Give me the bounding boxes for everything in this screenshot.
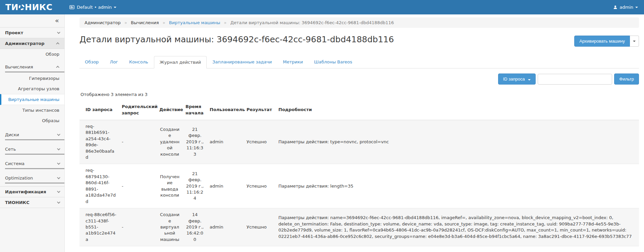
filter-toolbar: ID запроса Фильтр	[79, 73, 639, 85]
column-header-user: Пользователь	[207, 100, 244, 120]
breadcrumb-item-admin: Администратор	[85, 20, 121, 25]
tab-metrics[interactable]: Метрики	[278, 56, 309, 68]
tab-action-log[interactable]: Журнал действий	[154, 56, 207, 68]
sidebar-item-label: Проект	[5, 30, 23, 35]
sidebar-item-images[interactable]: Образы	[0, 115, 64, 126]
sidebar-item-project[interactable]: Проект	[0, 27, 64, 38]
column-header-request-id: ID запроса	[79, 100, 119, 120]
cell-start-time: 21 февр. 2019 г., 11:16:33	[183, 120, 207, 164]
cell-request-id: req-881b6591-a254-43c4-89de-86e3e0baafad	[79, 120, 119, 164]
column-header-details: Подробности	[276, 100, 639, 120]
sidebar-section-label: Optimization	[5, 175, 33, 181]
cell-result: Успешно	[244, 208, 276, 246]
page-header: Детали виртуальной машины: 3694692c-f6ec…	[79, 32, 639, 47]
archive-machine-button[interactable]: Архивировать машину	[574, 36, 630, 47]
sidebar-item-label: Идентификация	[5, 189, 46, 194]
page-title: Детали виртуальной машины: 3694692c-f6ec…	[79, 35, 394, 44]
breadcrumb-link-virtual-machines[interactable]: Виртуальные машины	[169, 20, 220, 25]
project-context-switcher[interactable]: Default • admin	[69, 5, 116, 10]
tab-log[interactable]: Лог	[104, 56, 123, 68]
cell-parent-request: -	[119, 164, 157, 208]
sidebar-item-hypervisors[interactable]: Гипервизоры	[0, 73, 64, 84]
sidebar: « Проект Администратор Обзор Вычисления …	[0, 14, 65, 252]
sidebar-item-label: ТИОНИКС	[5, 200, 30, 205]
chevron-down-icon	[528, 79, 531, 81]
cell-action: Получение вывода консоли	[157, 164, 183, 208]
breadcrumb-separator: »	[163, 20, 165, 25]
sidebar-item-tionix[interactable]: ТИОНИКС	[0, 197, 64, 208]
context-label: Default • admin	[77, 5, 112, 10]
cell-action: Создание удаленной консоли	[157, 120, 183, 164]
sidebar-section-compute[interactable]: Вычисления	[5, 62, 64, 72]
table-footer-row: Отображено 3 элемента из 3	[79, 246, 639, 252]
breadcrumb-item-current: Детали виртуальной машины: 3694692c-f6ec…	[230, 20, 394, 25]
cell-user: admin	[207, 120, 244, 164]
sidebar-item-label: Обзор	[46, 52, 59, 57]
column-header-action: Действие	[157, 100, 183, 120]
sidebar-section-label: Диски	[5, 132, 19, 137]
sidebar-item-label: Агрегаторы узлов	[18, 86, 59, 91]
cell-start-time: 14 февр. 2019 г., 16:42:00	[183, 208, 207, 246]
table-header-row: ID запроса Родительский запрос Действие …	[79, 100, 639, 120]
tab-overview[interactable]: Обзор	[79, 56, 104, 68]
filter-field-dropdown[interactable]: ID запроса	[498, 73, 536, 85]
sidebar-item-instance-types[interactable]: Типы инстансов	[0, 105, 64, 115]
chevron-down-icon	[57, 133, 60, 136]
user-menu[interactable]: admin	[613, 5, 644, 10]
sidebar-collapse-button[interactable]: «	[0, 14, 64, 27]
cell-result: Успешно	[244, 120, 276, 164]
sidebar-section-optimization[interactable]: Optimization	[5, 173, 64, 184]
cell-user: admin	[207, 164, 244, 208]
cell-details: Параметры действия: type=novnc, protocol…	[276, 120, 639, 164]
items-count-bottom: Отображено 3 элемента из 3	[79, 246, 639, 252]
chevron-down-icon	[57, 190, 60, 193]
tab-console[interactable]: Консоль	[124, 56, 154, 68]
sidebar-item-admin[interactable]: Администратор	[0, 38, 64, 49]
chevron-up-icon	[56, 66, 59, 69]
breadcrumb-item-compute: Вычисления	[131, 20, 159, 25]
cell-parent-request: -	[119, 120, 157, 164]
collapse-icon: «	[55, 16, 59, 24]
sidebar-section-network[interactable]: Сеть	[5, 144, 64, 155]
sidebar-section-label: Система	[5, 161, 24, 166]
filter-input[interactable]	[538, 74, 612, 85]
sidebar-item-virtual-machines[interactable]: Виртуальные машины	[0, 94, 64, 105]
actions-dropdown-toggle[interactable]	[630, 36, 639, 47]
top-bar: ТИ НИКС Default • admin admin	[0, 0, 644, 14]
sidebar-item-overview[interactable]: Обзор	[0, 49, 64, 59]
domain-icon	[69, 5, 74, 9]
sidebar-item-label: Гипервизоры	[29, 76, 59, 81]
tab-scheduled-tasks[interactable]: Запланированные задачи	[207, 56, 277, 68]
cell-request-id: req-88ce6f56-c311-438f-b551-a1b91c2e474a	[79, 208, 119, 246]
sidebar-item-identity[interactable]: Идентификация	[0, 186, 64, 197]
logo-text-prefix: ТИ	[5, 2, 18, 12]
filter-submit-button[interactable]: Фильтр	[614, 73, 639, 85]
tab-bareos-templates[interactable]: Шаблоны Bareos	[309, 56, 358, 68]
action-log-table: ID запроса Родительский запрос Действие …	[79, 100, 639, 252]
sidebar-item-label: Образы	[42, 118, 59, 123]
sidebar-item-label: Виртуальные машины	[8, 97, 59, 102]
user-menu-label: admin	[620, 5, 633, 10]
logo-o-icon	[18, 4, 25, 10]
chevron-down-icon	[57, 147, 60, 150]
chevron-down-icon	[633, 41, 636, 42]
breadcrumb-separator: »	[224, 20, 227, 25]
cell-details: Параметры действия: name=3694692c-f6ec-4…	[276, 208, 639, 246]
column-header-start-time: Время начала	[183, 100, 207, 120]
chevron-up-icon	[56, 42, 59, 46]
cell-user: admin	[207, 208, 244, 246]
sidebar-item-label: Администратор	[5, 41, 44, 46]
sidebar-item-host-aggregates[interactable]: Агрегаторы узлов	[0, 84, 64, 94]
cell-result: Успешно	[244, 164, 276, 208]
table-row: req-68794130-860d-416f-8891-a182da47e7dd…	[79, 164, 639, 208]
page-actions: Архивировать машину	[574, 36, 639, 47]
tionix-logo: ТИ НИКС	[0, 2, 65, 12]
cell-request-id: req-68794130-860d-416f-8891-a182da47e7dd	[79, 164, 119, 208]
breadcrumb: Администратор » Вычисления » Виртуальные…	[79, 17, 639, 28]
sidebar-section-system[interactable]: Система	[5, 159, 64, 169]
chevron-down-icon	[57, 161, 60, 165]
column-header-parent-request: Родительский запрос	[119, 100, 157, 120]
sidebar-section-volumes[interactable]: Диски	[5, 130, 64, 140]
sidebar-item-label: Типы инстансов	[22, 108, 59, 113]
chevron-down-icon	[635, 7, 638, 8]
